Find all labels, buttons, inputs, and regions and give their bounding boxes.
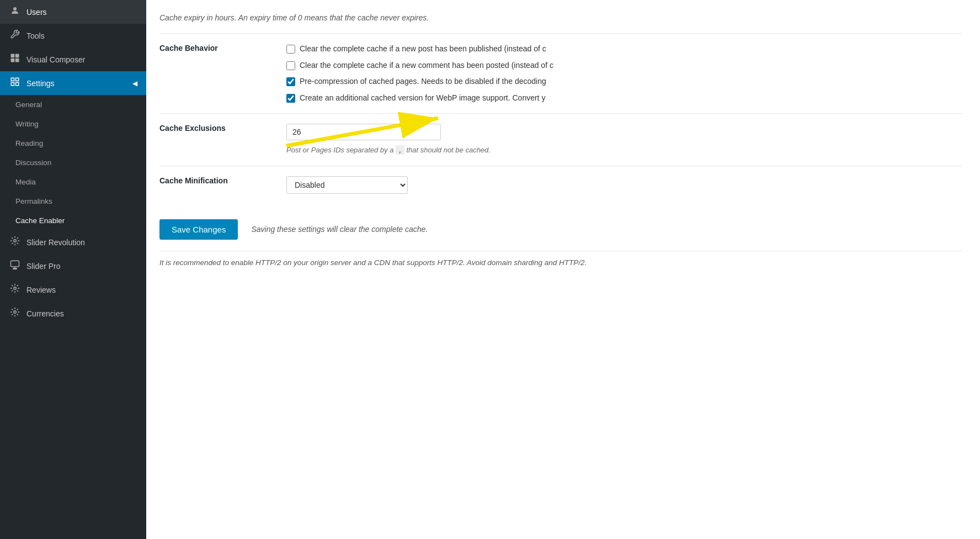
checkbox-cb2[interactable] [286,61,295,70]
cache-behavior-row: Cache Behavior Clear the complete cache … [159,34,962,114]
sidebar-item-writing[interactable]: Writing [0,114,146,134]
sidebar-item-reviews[interactable]: Reviews [0,278,146,302]
cache-behavior-checkbox-row-1: Clear the complete cache if a new commen… [286,60,957,71]
save-note: Saving these settings will clear the com… [251,225,428,234]
media-label: Media [15,178,137,186]
svg-point-14 [14,311,17,314]
users-icon [9,6,21,18]
settings-active-arrow: ◀ [132,80,137,87]
svg-rect-11 [13,268,17,270]
cache-exclusions-row: Cache Exclusions [159,114,962,166]
cache-minification-select[interactable]: DisabledHTMLHTML + Inline JSHTML + Inlin… [286,176,408,194]
settings-label: Settings [26,79,125,88]
sidebar-item-tools[interactable]: Tools [0,24,146,47]
cache-exclusions-label: Cache Exclusions [159,114,286,166]
slider-pro-icon [9,260,21,272]
exclusions-description: Post or Pages IDs separated by a , that … [286,145,957,156]
sidebar-item-cache-enabler[interactable]: Cache Enabler [0,211,146,230]
svg-point-13 [14,287,17,290]
cache-enabler-label: Cache Enabler [15,216,137,225]
top-note: Cache expiry in hours. An expiry time of… [159,13,962,22]
svg-rect-7 [11,83,14,86]
sidebar-item-discussion[interactable]: Discussion [0,153,146,172]
svg-rect-10 [11,261,19,267]
cache-exclusions-input[interactable] [286,124,441,140]
cache-minification-content: DisabledHTMLHTML + Inline JSHTML + Inlin… [286,166,962,204]
cache-behavior-label: Cache Behavior [159,34,286,114]
sidebar-item-visual-composer[interactable]: Visual Composer [0,47,146,71]
sidebar-item-general[interactable]: General [0,95,146,114]
sidebar-item-permalinks[interactable]: Permalinks [0,192,146,211]
writing-label: Writing [15,120,137,128]
users-label: Users [26,8,137,17]
checkbox-label-cb1: Clear the complete cache if a new post h… [300,44,546,55]
svg-rect-3 [11,59,15,62]
settings-page: Cache expiry in hours. An expiry time of… [146,0,980,539]
general-label: General [15,101,137,109]
checkbox-label-cb3: Pre-compression of cached pages. Needs t… [300,76,546,87]
svg-point-9 [14,240,17,242]
svg-point-0 [13,7,17,10]
cache-behavior-content: Clear the complete cache if a new post h… [286,34,962,114]
slider-revolution-label: Slider Revolution [26,238,137,247]
cache-minification-row: Cache Minification DisabledHTMLHTML + In… [159,166,962,204]
sidebar-item-slider-revolution[interactable]: Slider Revolution [0,230,146,254]
discussion-label: Discussion [15,158,137,167]
checkbox-cb4[interactable] [286,94,295,103]
cache-behavior-checkbox-row-0: Clear the complete cache if a new post h… [286,44,957,55]
checkbox-label-cb2: Clear the complete cache if a new commen… [300,60,553,71]
settings-table: Cache Behavior Clear the complete cache … [159,33,962,204]
checkbox-label-cb4: Create an additional cached version for … [300,93,545,104]
main-content: Cache expiry in hours. An expiry time of… [146,0,980,539]
permalinks-label: Permalinks [15,197,137,205]
cache-minification-label: Cache Minification [159,166,286,204]
reading-label: Reading [15,139,137,147]
sidebar-item-settings[interactable]: Settings◀ [0,71,146,95]
currencies-icon [9,307,21,320]
settings-icon [9,77,21,89]
checkbox-cb3[interactable] [286,77,295,86]
cache-behavior-checkbox-row-2: Pre-compression of cached pages. Needs t… [286,76,957,87]
svg-rect-2 [15,54,19,58]
cache-exclusions-content: Post or Pages IDs separated by a , that … [286,114,962,166]
exclusions-arrow-wrap [286,124,957,140]
svg-rect-5 [11,78,14,81]
cache-behavior-checkbox-row-3: Create an additional cached version for … [286,93,957,104]
sidebar: UsersToolsVisual ComposerSettings◀Genera… [0,0,146,539]
slider-pro-label: Slider Pro [26,262,137,271]
svg-rect-8 [16,83,19,86]
sidebar-item-currencies[interactable]: Currencies [0,302,146,325]
sidebar-item-reading[interactable]: Reading [0,134,146,153]
checkbox-cb1[interactable] [286,45,295,54]
visual-composer-label: Visual Composer [26,55,137,64]
slider-revolution-icon [9,236,21,249]
svg-rect-4 [15,59,19,62]
tools-label: Tools [26,31,137,40]
svg-rect-6 [16,78,19,81]
reviews-icon [9,283,21,296]
sidebar-item-media[interactable]: Media [0,172,146,192]
visual-composer-icon [9,53,21,66]
reviews-label: Reviews [26,286,137,294]
bottom-note: It is recommended to enable HTTP/2 on yo… [159,251,962,269]
sidebar-item-slider-pro[interactable]: Slider Pro [0,254,146,278]
svg-rect-1 [11,54,15,58]
sidebar-item-users[interactable]: Users [0,0,146,24]
currencies-label: Currencies [26,309,137,318]
save-section: Save Changes Saving these settings will … [159,204,962,251]
save-changes-button[interactable]: Save Changes [159,219,238,240]
tools-icon [9,29,21,42]
